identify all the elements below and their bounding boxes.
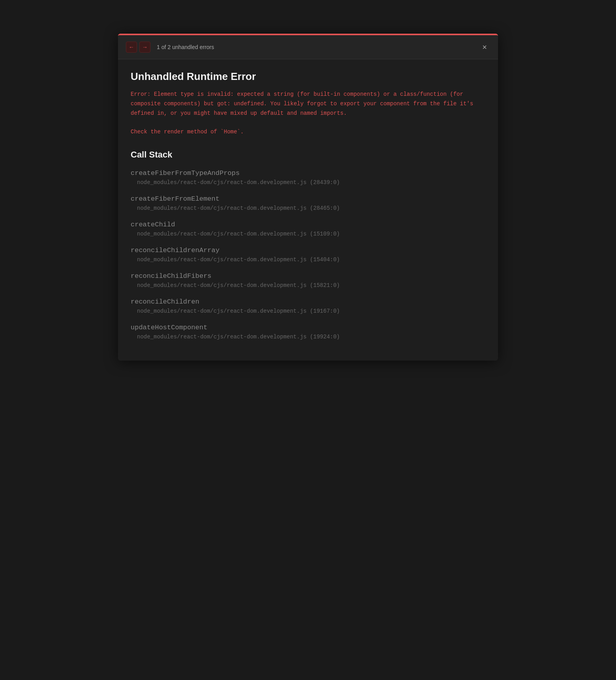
stack-frames-container: createFiberFromTypeAndPropsnode_modules/…	[131, 169, 485, 340]
stack-item: createChildnode_modules/react-dom/cjs/re…	[131, 221, 485, 237]
stack-item: createFiberFromElementnode_modules/react…	[131, 195, 485, 211]
error-header: ← → 1 of 2 unhandled errors ×	[118, 35, 498, 59]
stack-function-name: createChild	[131, 221, 485, 228]
stack-location: node_modules/react-dom/cjs/react-dom.dev…	[131, 179, 485, 186]
stack-location: node_modules/react-dom/cjs/react-dom.dev…	[131, 231, 485, 237]
stack-function-name: createFiberFromElement	[131, 195, 485, 203]
error-hint: Check the render method of `Home`.	[131, 127, 485, 137]
close-button[interactable]: ×	[479, 42, 490, 53]
stack-item: reconcileChildrenArraynode_modules/react…	[131, 247, 485, 263]
error-overlay: ← → 1 of 2 unhandled errors × Unhandled …	[118, 34, 498, 361]
stack-item: reconcileChildrennode_modules/react-dom/…	[131, 298, 485, 314]
stack-function-name: reconcileChildFibers	[131, 272, 485, 280]
error-count: 1 of 2 unhandled errors	[157, 44, 479, 50]
stack-item: createFiberFromTypeAndPropsnode_modules/…	[131, 169, 485, 186]
stack-function-name: updateHostComponent	[131, 324, 485, 331]
error-title: Unhandled Runtime Error	[131, 70, 485, 83]
call-stack-title: Call Stack	[131, 150, 485, 160]
stack-location: node_modules/react-dom/cjs/react-dom.dev…	[131, 282, 485, 289]
stack-function-name: createFiberFromTypeAndProps	[131, 169, 485, 177]
stack-item: updateHostComponentnode_modules/react-do…	[131, 324, 485, 340]
stack-item: reconcileChildFibersnode_modules/react-d…	[131, 272, 485, 289]
stack-location: node_modules/react-dom/cjs/react-dom.dev…	[131, 334, 485, 340]
error-body: Unhandled Runtime Error Error: Element t…	[118, 59, 498, 361]
nav-back-button[interactable]: ←	[126, 42, 137, 53]
stack-location: node_modules/react-dom/cjs/react-dom.dev…	[131, 256, 485, 263]
error-message: Error: Element type is invalid: expected…	[131, 90, 485, 118]
stack-function-name: reconcileChildrenArray	[131, 247, 485, 254]
nav-forward-button[interactable]: →	[139, 42, 150, 53]
stack-function-name: reconcileChildren	[131, 298, 485, 306]
stack-location: node_modules/react-dom/cjs/react-dom.dev…	[131, 205, 485, 211]
nav-buttons: ← →	[126, 42, 150, 53]
stack-location: node_modules/react-dom/cjs/react-dom.dev…	[131, 308, 485, 314]
